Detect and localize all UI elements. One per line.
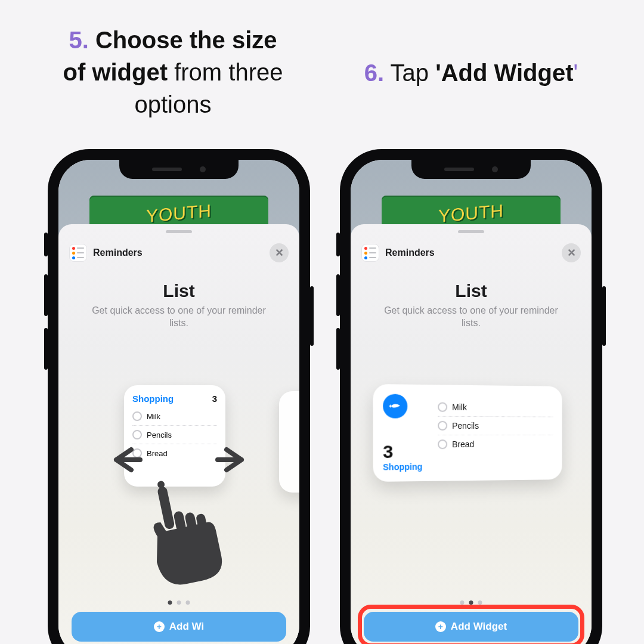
widget-size-carousel[interactable]: Shopping 3 Milk Pencils Bread — [58, 379, 299, 534]
checkbox-icon — [132, 411, 142, 421]
checkbox-icon — [132, 430, 142, 439]
close-button[interactable]: ✕ — [270, 243, 289, 262]
widget-picker-sheet: Reminders ✕ List Get quick access to one… — [351, 224, 592, 644]
widget-subtitle: Get quick access to one of your reminder… — [82, 305, 275, 330]
sheet-app-name: Reminders — [93, 247, 143, 258]
reminders-app-icon — [361, 244, 379, 262]
volume-up-button — [336, 274, 340, 316]
volume-down-button — [336, 328, 340, 370]
list-item: Bread — [438, 435, 553, 453]
close-icon: ✕ — [275, 246, 284, 259]
pointing-hand-icon — [101, 475, 256, 588]
power-button — [310, 286, 314, 346]
page-indicator — [460, 600, 482, 605]
phone-notch — [411, 160, 531, 179]
step5-rest-b: options — [135, 91, 212, 117]
list-item: Pencils — [438, 417, 553, 435]
widget-title: List — [58, 281, 299, 301]
sheet-grabber[interactable] — [166, 230, 192, 233]
plus-circle-icon: + — [435, 621, 446, 632]
close-icon: ✕ — [567, 246, 576, 259]
add-widget-button[interactable]: + Add Wi — [72, 612, 286, 642]
checkbox-icon — [438, 421, 447, 431]
step5-caption: 5. Choose the size of widget from three … — [36, 24, 310, 120]
list-item: Milk — [438, 398, 553, 417]
sheet-grabber[interactable] — [458, 230, 484, 233]
page-indicator — [168, 600, 190, 605]
phone-mockup-step6: YOUTH Reminders ✕ List Get q — [340, 149, 602, 644]
close-button[interactable]: ✕ — [562, 243, 581, 262]
checkbox-icon — [438, 402, 447, 412]
volume-down-button — [44, 328, 48, 370]
add-widget-label: Add Widget — [451, 621, 507, 633]
widget-title: List — [351, 281, 592, 301]
checkbox-icon — [438, 439, 447, 449]
step5-rest-a: from three — [168, 59, 283, 85]
step6-caption: 6. Tap 'Add Widget' — [340, 57, 602, 89]
phone-mockup-step5: YOUTH Reminders ✕ List Get q — [48, 149, 310, 644]
arrow-right-icon — [215, 442, 250, 483]
step5-number: 5. — [69, 27, 89, 53]
step5-bold-a: Choose the size — [95, 27, 277, 53]
add-widget-button[interactable]: + Add Widget — [364, 612, 578, 642]
arrow-left-icon — [107, 442, 143, 483]
fish-icon — [383, 394, 407, 419]
plus-circle-icon: + — [154, 621, 165, 632]
add-widget-label: Add Wi — [169, 621, 204, 633]
widget-preview-medium: 3 Shopping Milk Pencils Bread — [373, 384, 562, 482]
list-item: Milk — [132, 407, 217, 426]
reminders-app-icon — [69, 244, 87, 262]
widget-list-count: 3 — [212, 394, 217, 404]
widget-subtitle: Get quick access to one of your reminder… — [374, 305, 568, 330]
widget-picker-sheet: Reminders ✕ List Get quick access to one… — [58, 224, 299, 644]
widget-size-carousel[interactable]: 3 Shopping Milk Pencils Bread — [351, 379, 592, 534]
widget-list-count: 3 — [383, 442, 438, 461]
widget-list-name: Shopping — [383, 462, 438, 472]
widget-preview-next-peek — [279, 391, 299, 493]
widget-list-name: Shopping — [132, 394, 174, 404]
side-button — [336, 233, 340, 256]
volume-up-button — [44, 274, 48, 316]
swipe-gesture-overlay — [101, 442, 256, 588]
step6-number: 6. — [364, 60, 384, 86]
side-button — [44, 233, 48, 256]
power-button — [602, 286, 606, 346]
sheet-app-name: Reminders — [385, 247, 435, 258]
phone-notch — [119, 160, 239, 179]
